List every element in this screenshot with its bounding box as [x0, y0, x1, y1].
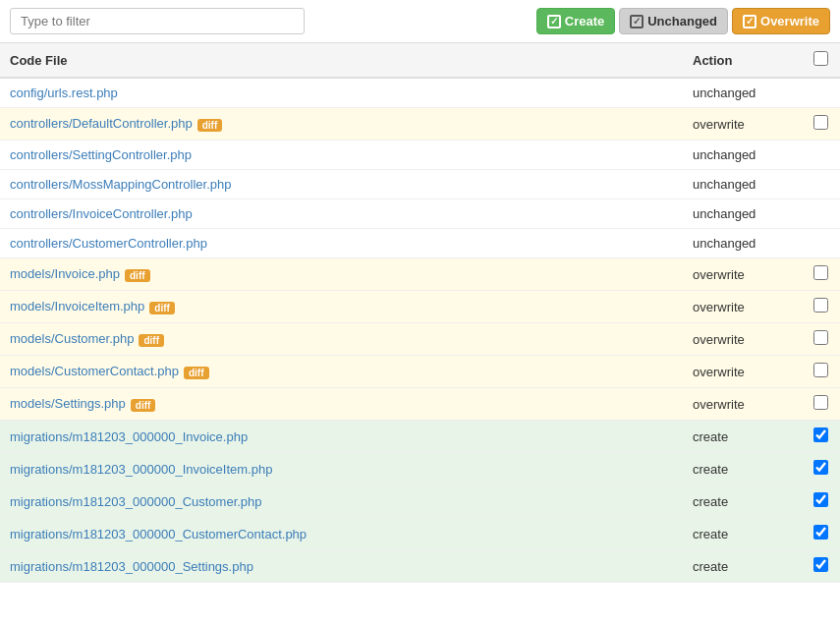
table-body: config/urls.rest.phpunchangedcontrollers…	[0, 78, 840, 583]
row-checkbox[interactable]	[813, 492, 828, 507]
checkbox-cell[interactable]	[801, 323, 840, 356]
action-cell: unchanged	[683, 78, 801, 108]
action-cell: unchanged	[683, 170, 801, 199]
row-checkbox[interactable]	[813, 265, 828, 280]
create-button[interactable]: Create	[536, 8, 615, 34]
unchanged-icon	[630, 15, 644, 28]
action-cell: overwrite	[683, 258, 801, 291]
table-header-row: Code File Action	[0, 43, 840, 78]
file-link[interactable]: models/CustomerContact.php	[10, 364, 179, 378]
file-link[interactable]: migrations/m181203_000000_InvoiceItem.ph…	[10, 462, 272, 477]
file-link[interactable]: controllers/InvoiceController.php	[10, 206, 193, 221]
filter-input[interactable]	[10, 8, 305, 34]
file-link[interactable]: controllers/CustomerController.php	[10, 236, 207, 251]
file-link[interactable]: controllers/DefaultController.php	[10, 116, 193, 131]
row-checkbox[interactable]	[813, 115, 828, 130]
diff-badge[interactable]: diff	[197, 119, 223, 132]
table-row: models/InvoiceItem.phpdiffoverwrite	[0, 291, 840, 323]
file-link[interactable]: migrations/m181203_000000_Settings.php	[10, 559, 253, 574]
diff-badge[interactable]: diff	[139, 334, 164, 347]
diff-badge[interactable]: diff	[131, 399, 156, 412]
table-row: models/Settings.phpdiffoverwrite	[0, 388, 840, 421]
row-checkbox[interactable]	[813, 395, 828, 410]
action-cell: create	[683, 518, 801, 550]
table-row: config/urls.rest.phpunchanged	[0, 78, 840, 108]
file-link[interactable]: migrations/m181203_000000_Invoice.php	[10, 429, 248, 444]
table-row: controllers/InvoiceController.phpunchang…	[0, 199, 840, 229]
files-table: Code File Action config/urls.rest.phpunc…	[0, 43, 840, 583]
row-checkbox[interactable]	[813, 525, 828, 540]
unchanged-label: Unchanged	[647, 14, 717, 28]
diff-badge[interactable]: diff	[184, 367, 209, 379]
table-row: controllers/SettingController.phpunchang…	[0, 141, 840, 170]
checkbox-cell[interactable]	[801, 291, 840, 323]
action-cell: overwrite	[683, 108, 801, 141]
table-row: models/CustomerContact.phpdiffoverwrite	[0, 356, 840, 388]
file-link[interactable]: models/InvoiceItem.php	[10, 299, 144, 313]
create-icon	[547, 15, 561, 28]
overwrite-button[interactable]: Overwrite	[732, 8, 830, 34]
action-cell: overwrite	[683, 323, 801, 356]
col-checkbox-header[interactable]	[801, 43, 840, 78]
table-row: controllers/MossMappingController.phpunc…	[0, 170, 840, 199]
table-row: migrations/m181203_000000_CustomerContac…	[0, 518, 840, 550]
diff-badge[interactable]: diff	[125, 269, 150, 282]
checkbox-cell[interactable]	[801, 388, 840, 421]
table-row: controllers/CustomerController.phpunchan…	[0, 229, 840, 258]
row-checkbox[interactable]	[813, 460, 828, 475]
checkbox-cell[interactable]	[801, 356, 840, 388]
overwrite-icon	[743, 15, 756, 28]
row-checkbox[interactable]	[813, 427, 828, 442]
file-link[interactable]: controllers/MossMappingController.php	[10, 177, 231, 192]
checkbox-cell[interactable]	[801, 518, 840, 550]
table-row: models/Customer.phpdiffoverwrite	[0, 323, 840, 356]
action-cell: overwrite	[683, 291, 801, 323]
file-link[interactable]: controllers/SettingController.php	[10, 147, 192, 162]
checkbox-cell[interactable]	[801, 199, 840, 229]
overwrite-label: Overwrite	[760, 14, 819, 28]
file-link[interactable]: models/Settings.php	[10, 396, 126, 411]
file-link[interactable]: models/Invoice.php	[10, 266, 120, 281]
table-row: migrations/m181203_000000_Settings.phpcr…	[0, 550, 840, 583]
create-label: Create	[565, 14, 604, 28]
file-link[interactable]: migrations/m181203_000000_Customer.php	[10, 494, 262, 509]
checkbox-cell[interactable]	[801, 258, 840, 291]
checkbox-cell[interactable]	[801, 229, 840, 258]
action-cell: create	[683, 550, 801, 583]
row-checkbox[interactable]	[813, 298, 828, 313]
action-cell: create	[683, 453, 801, 485]
unchanged-button[interactable]: Unchanged	[619, 8, 728, 34]
table-row: migrations/m181203_000000_InvoiceItem.ph…	[0, 453, 840, 485]
checkbox-cell[interactable]	[801, 141, 840, 170]
action-cell: overwrite	[683, 356, 801, 388]
checkbox-cell[interactable]	[801, 108, 840, 141]
action-cell: create	[683, 485, 801, 518]
header-checkbox[interactable]	[813, 51, 828, 66]
button-group: Create Unchanged Overwrite	[536, 8, 830, 34]
checkbox-cell[interactable]	[801, 170, 840, 199]
table-row: migrations/m181203_000000_Invoice.phpcre…	[0, 421, 840, 453]
diff-badge[interactable]: diff	[149, 302, 175, 314]
checkbox-cell[interactable]	[801, 78, 840, 108]
checkbox-cell[interactable]	[801, 485, 840, 518]
action-cell: create	[683, 421, 801, 453]
checkbox-cell[interactable]	[801, 550, 840, 583]
checkbox-cell[interactable]	[801, 453, 840, 485]
action-cell: overwrite	[683, 388, 801, 421]
table-row: models/Invoice.phpdiffoverwrite	[0, 258, 840, 291]
action-cell: unchanged	[683, 229, 801, 258]
checkbox-cell[interactable]	[801, 421, 840, 453]
col-file-header: Code File	[0, 43, 683, 78]
file-link[interactable]: models/Customer.php	[10, 331, 134, 346]
col-action-label: Action	[693, 53, 732, 68]
toolbar: Create Unchanged Overwrite	[0, 0, 840, 43]
table-row: controllers/DefaultController.phpdiffove…	[0, 108, 840, 141]
table-row: migrations/m181203_000000_Customer.phpcr…	[0, 485, 840, 518]
action-cell: unchanged	[683, 199, 801, 229]
file-link[interactable]: migrations/m181203_000000_CustomerContac…	[10, 527, 307, 541]
file-link[interactable]: config/urls.rest.php	[10, 85, 118, 100]
row-checkbox[interactable]	[813, 557, 828, 572]
action-cell: unchanged	[683, 141, 801, 170]
row-checkbox[interactable]	[813, 330, 828, 345]
row-checkbox[interactable]	[813, 363, 828, 377]
